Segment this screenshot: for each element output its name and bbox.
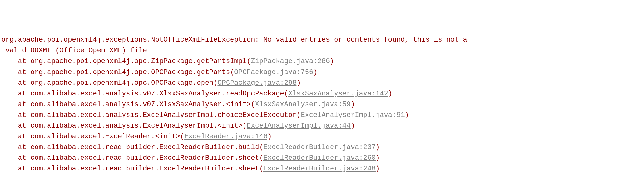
stack-method: com.alibaba.excel.analysis.v07.XlsxSaxAn… bbox=[30, 90, 284, 98]
paren-open: ( bbox=[247, 57, 251, 65]
paren-open: ( bbox=[259, 143, 263, 151]
stack-file-link[interactable]: XlsxSaxAnalyser.java:142 bbox=[288, 90, 388, 98]
paren-open: ( bbox=[284, 90, 288, 98]
paren-open: ( bbox=[243, 122, 247, 130]
at-keyword: at bbox=[18, 57, 26, 65]
paren-close: ) bbox=[376, 143, 380, 151]
paren-close: ) bbox=[267, 133, 272, 141]
stack-file-link[interactable]: ExcelReader.java:146 bbox=[184, 133, 267, 141]
stack-file-link[interactable]: ExcelReaderBuilder.java:237 bbox=[263, 143, 376, 151]
at-keyword: at bbox=[18, 122, 26, 130]
stack-file-link[interactable]: ExcelReaderBuilder.java:248 bbox=[263, 165, 376, 173]
stack-frame: at com.alibaba.excel.analysis.ExcelAnaly… bbox=[1, 110, 643, 121]
stack-method: com.alibaba.excel.read.builder.ExcelRead… bbox=[30, 165, 259, 173]
exception-type: org.apache.poi.openxml4j.exceptions.NotO… bbox=[1, 36, 255, 44]
stack-file-link[interactable]: OPCPackage.java:298 bbox=[218, 79, 297, 87]
stack-frame: at org.apache.poi.openxml4j.opc.ZipPacka… bbox=[1, 56, 643, 67]
paren-open: ( bbox=[259, 165, 263, 173]
stack-file-link[interactable]: ExcelReaderBuilder.java:260 bbox=[263, 154, 376, 162]
paren-close: ) bbox=[376, 154, 380, 162]
at-keyword: at bbox=[18, 79, 26, 87]
at-keyword: at bbox=[18, 154, 26, 162]
stack-frame: at org.apache.poi.openxml4j.opc.OPCPacka… bbox=[1, 78, 643, 89]
stack-frame: at com.alibaba.excel.analysis.ExcelAnaly… bbox=[1, 121, 643, 131]
stack-file-link[interactable]: ExcelAnalyserImpl.java:91 bbox=[301, 111, 405, 119]
stack-method: com.alibaba.excel.read.builder.ExcelRead… bbox=[30, 154, 259, 162]
paren-close: ) bbox=[388, 90, 392, 98]
stack-method: org.apache.poi.openxml4j.opc.ZipPackage.… bbox=[30, 57, 247, 65]
stack-frame: at com.alibaba.excel.read.builder.ExcelR… bbox=[1, 153, 643, 164]
stack-method: com.alibaba.excel.analysis.ExcelAnalyser… bbox=[30, 122, 242, 130]
paren-open: ( bbox=[213, 79, 217, 87]
stack-method: com.alibaba.excel.read.builder.ExcelRead… bbox=[30, 143, 259, 151]
at-keyword: at bbox=[18, 68, 26, 76]
stack-method: com.alibaba.excel.analysis.ExcelAnalyser… bbox=[30, 111, 296, 119]
stack-method: org.apache.poi.openxml4j.opc.OPCPackage.… bbox=[30, 68, 230, 76]
at-keyword: at bbox=[18, 90, 26, 98]
stack-method: com.alibaba.excel.analysis.v07.XlsxSaxAn… bbox=[30, 101, 251, 108]
paren-open: ( bbox=[296, 111, 301, 119]
exception-message: No valid entries or contents found, this… bbox=[263, 36, 467, 44]
paren-close: ) bbox=[313, 68, 317, 76]
at-keyword: at bbox=[18, 133, 26, 141]
paren-open: ( bbox=[251, 101, 255, 108]
paren-open: ( bbox=[259, 154, 263, 162]
at-keyword: at bbox=[18, 165, 26, 173]
stack-file-link[interactable]: OPCPackage.java:756 bbox=[234, 68, 313, 76]
stack-frame: at org.apache.poi.openxml4j.opc.OPCPacka… bbox=[1, 67, 643, 78]
stack-frame: at com.alibaba.excel.ExcelReader.<init>(… bbox=[1, 131, 643, 142]
paren-close: ) bbox=[330, 57, 334, 65]
paren-close: ) bbox=[351, 122, 355, 130]
at-keyword: at bbox=[18, 101, 26, 108]
stacktrace-container: org.apache.poi.openxml4j.exceptions.NotO… bbox=[1, 35, 643, 174]
paren-close: ) bbox=[405, 111, 409, 119]
stack-frame: at com.alibaba.excel.read.builder.ExcelR… bbox=[1, 164, 643, 174]
stack-file-link[interactable]: ExcelAnalyserImpl.java:44 bbox=[247, 122, 351, 130]
stack-file-link[interactable]: ZipPackage.java:286 bbox=[251, 57, 330, 65]
stack-method: com.alibaba.excel.ExcelReader.<init> bbox=[30, 133, 180, 141]
paren-open: ( bbox=[180, 133, 184, 141]
stack-frame: at com.alibaba.excel.analysis.v07.XlsxSa… bbox=[1, 89, 643, 99]
stack-frame: at com.alibaba.excel.analysis.v07.XlsxSa… bbox=[1, 99, 643, 110]
stack-lines: at org.apache.poi.openxml4j.opc.ZipPacka… bbox=[1, 56, 643, 174]
paren-open: ( bbox=[230, 68, 234, 76]
at-keyword: at bbox=[18, 143, 26, 151]
exception-message-continuation: valid OOXML (Office Open XML) file bbox=[1, 47, 147, 55]
at-keyword: at bbox=[18, 111, 26, 119]
paren-close: ) bbox=[296, 79, 301, 87]
stack-frame: at com.alibaba.excel.read.builder.ExcelR… bbox=[1, 142, 643, 153]
exception-separator: : bbox=[255, 36, 263, 44]
paren-close: ) bbox=[376, 165, 380, 173]
stack-file-link[interactable]: XlsxSaxAnalyser.java:59 bbox=[255, 101, 351, 108]
stack-method: org.apache.poi.openxml4j.opc.OPCPackage.… bbox=[30, 79, 213, 87]
paren-close: ) bbox=[351, 101, 355, 108]
